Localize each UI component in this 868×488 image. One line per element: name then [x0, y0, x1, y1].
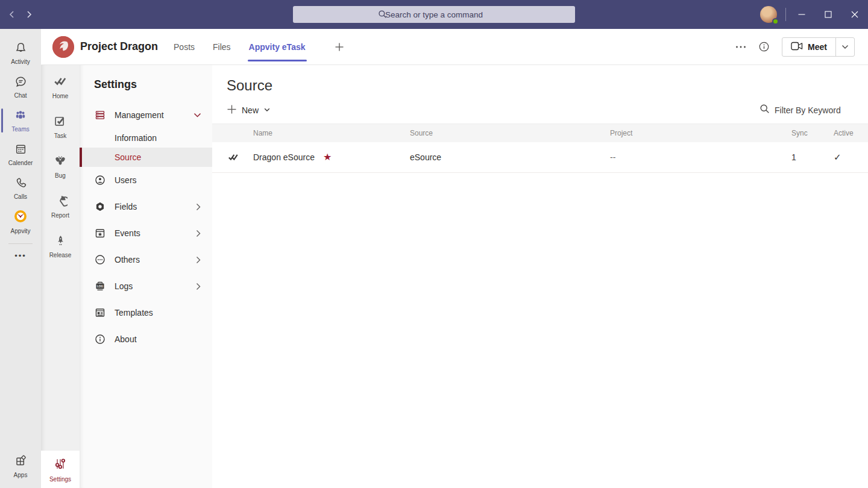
- sidebar-item-teams[interactable]: Teams: [0, 104, 41, 137]
- table-header: Name Source Project Sync Active: [212, 124, 868, 142]
- team-avatar[interactable]: [52, 36, 74, 58]
- camera-icon: [791, 42, 803, 52]
- column-name[interactable]: Name: [253, 129, 410, 137]
- etask-rail-bug[interactable]: Bug: [41, 152, 80, 192]
- info-icon[interactable]: [758, 41, 770, 52]
- etask-rail-release[interactable]: Release: [41, 231, 80, 271]
- chevron-right-icon: [196, 283, 201, 290]
- svg-text:LOG: LOG: [97, 285, 103, 288]
- tab-appvity-etask[interactable]: Appvity eTask: [248, 39, 307, 55]
- filter-box: [760, 104, 850, 116]
- sidebar-item-appvity[interactable]: Appvity: [0, 205, 41, 239]
- settings-item-others[interactable]: Others: [80, 246, 212, 273]
- appvity-icon: [13, 209, 28, 226]
- server-stack-icon: [94, 109, 106, 121]
- row-name[interactable]: Dragon eSource: [253, 152, 315, 162]
- main-content: Source New Name Source: [212, 65, 868, 488]
- plus-icon: [227, 104, 237, 116]
- settings-item-label: Management: [115, 110, 164, 120]
- sidebar-label: Activity: [11, 58, 30, 65]
- sidebar-item-calls[interactable]: Calls: [0, 171, 41, 205]
- app-rail: Activity Chat Teams Calender Calls Appvi…: [0, 29, 41, 488]
- column-active[interactable]: Active: [834, 129, 868, 137]
- settings-item-templates[interactable]: Templates: [80, 299, 212, 326]
- titlebar: [0, 0, 868, 29]
- etask-rail-label: Settings: [49, 476, 71, 483]
- settings-item-users[interactable]: Users: [80, 167, 212, 193]
- column-project[interactable]: Project: [610, 129, 791, 137]
- settings-item-fields[interactable]: Fields: [80, 193, 212, 220]
- chevron-right-icon: [196, 203, 201, 211]
- meet-options-chevron[interactable]: [836, 38, 854, 56]
- settings-item-management[interactable]: Management: [80, 102, 212, 128]
- circle-dots-icon: [94, 254, 106, 266]
- channel-header: Project Dragon Posts Files Appvity eTask…: [41, 29, 868, 65]
- meet-label: Meet: [808, 42, 827, 52]
- settings-item-logs[interactable]: LOG Logs: [80, 273, 212, 299]
- settings-item-label: About: [115, 334, 137, 344]
- teams-icon: [14, 109, 27, 124]
- tab-posts[interactable]: Posts: [172, 39, 196, 55]
- rocket-icon: [54, 234, 68, 249]
- page-title: Source: [227, 77, 868, 94]
- more-options-icon[interactable]: [735, 45, 746, 49]
- etask-rail-task[interactable]: Task: [41, 112, 80, 152]
- add-tab-icon[interactable]: [335, 42, 344, 52]
- bell-icon: [14, 42, 27, 57]
- double-check-icon: [53, 75, 68, 90]
- table-row[interactable]: Dragon eSource ★ eSource -- 1 ✓: [212, 142, 868, 173]
- settings-item-information[interactable]: Information: [80, 128, 212, 148]
- info-circle-icon: [94, 333, 106, 345]
- etask-rail-label: Bug: [55, 172, 66, 179]
- bug-icon: [53, 154, 68, 170]
- sidebar-label: Chat: [14, 92, 27, 99]
- settings-item-events[interactable]: Events: [80, 220, 212, 246]
- titlebar-separator: [785, 8, 786, 21]
- more-apps-icon[interactable]: •••: [14, 251, 27, 260]
- sliders-icon: [53, 457, 68, 474]
- etask-rail-report[interactable]: Report: [41, 192, 80, 231]
- meet-button[interactable]: Meet: [782, 38, 835, 56]
- filter-input[interactable]: [775, 105, 850, 115]
- sidebar-item-apps[interactable]: Apps: [0, 449, 41, 483]
- team-name: Project Dragon: [80, 40, 158, 53]
- settings-item-label: Others: [115, 255, 140, 264]
- settings-item-source[interactable]: Source: [80, 148, 212, 167]
- sidebar-label: Teams: [11, 126, 29, 133]
- sidebar-item-calendar[interactable]: Calender: [0, 137, 41, 171]
- settings-item-label: Users: [115, 175, 137, 185]
- pie-chart-icon: [54, 194, 68, 210]
- calendar-icon: [14, 143, 27, 158]
- back-icon[interactable]: [8, 10, 16, 19]
- column-sync[interactable]: Sync: [791, 129, 834, 137]
- settings-item-about[interactable]: About: [80, 326, 212, 352]
- forward-icon[interactable]: [25, 10, 33, 19]
- etask-rail-settings[interactable]: Settings: [41, 451, 80, 488]
- etask-rail-home[interactable]: Home: [41, 72, 80, 112]
- star-icon[interactable]: ★: [323, 152, 332, 162]
- etask-rail-label: Release: [49, 252, 72, 258]
- settings-item-label: Fields: [115, 202, 137, 211]
- sidebar-item-activity[interactable]: Activity: [0, 36, 41, 70]
- minimize-button[interactable]: [788, 0, 815, 29]
- settings-nav: Settings Management Information Source U…: [80, 65, 212, 488]
- chevron-right-icon: [196, 256, 201, 264]
- new-button[interactable]: New: [227, 104, 270, 116]
- search-input[interactable]: [293, 6, 575, 23]
- chevron-right-icon: [196, 230, 201, 237]
- search-icon: [760, 104, 770, 116]
- column-source[interactable]: Source: [410, 129, 610, 137]
- sidebar-item-chat[interactable]: Chat: [0, 70, 41, 104]
- close-button[interactable]: [841, 0, 868, 29]
- log-box-icon: LOG: [94, 280, 106, 292]
- chevron-down-icon: [264, 108, 270, 112]
- tab-files[interactable]: Files: [212, 39, 232, 55]
- etask-rail-label: Task: [54, 133, 67, 139]
- task-checkbox-icon: [54, 114, 68, 130]
- chevron-down-icon: [193, 113, 201, 118]
- etask-rail-label: Report: [51, 212, 69, 219]
- settings-item-label: Templates: [115, 308, 153, 318]
- user-avatar[interactable]: [760, 6, 777, 23]
- maximize-button[interactable]: [815, 0, 841, 29]
- sidebar-label: Calender: [8, 160, 33, 166]
